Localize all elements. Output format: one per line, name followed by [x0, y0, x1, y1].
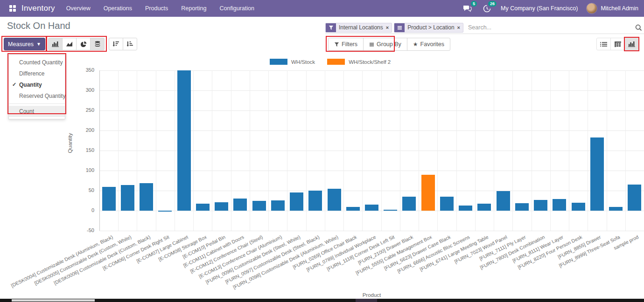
menu-item-difference[interactable]: Difference [9, 68, 65, 79]
gridline-v [400, 70, 400, 231]
bar [102, 187, 116, 211]
check-icon: ✓ [12, 82, 16, 88]
legend-label: WH/Stock/Shelf 2 [349, 59, 391, 65]
bar [402, 197, 416, 211]
gridline-v [118, 70, 119, 231]
gridline-h [99, 231, 644, 231]
legend-label: WH/Stock [291, 59, 315, 65]
gridline-v [362, 70, 363, 231]
gridline-v [268, 70, 269, 231]
x-axis-title: Product [99, 292, 644, 298]
bar [346, 207, 360, 211]
bar [515, 203, 529, 211]
legend-item[interactable]: WH/Stock/Shelf 2 [327, 59, 391, 65]
gridline-v [437, 70, 438, 231]
y-tick-label: 200 [70, 127, 94, 133]
legend-swatch [270, 59, 287, 65]
gridline-v [343, 70, 344, 231]
gridline-v [287, 70, 287, 231]
bar [252, 201, 266, 211]
menu-item-reserved-quantity[interactable]: Reserved Quantity [9, 90, 65, 102]
gridline-v [456, 70, 457, 231]
horizontal-scrollbar[interactable] [0, 299, 644, 302]
gridline-v [532, 70, 532, 231]
menu-divider [9, 103, 65, 104]
gridline-v [156, 70, 156, 231]
bar [233, 199, 247, 211]
bar [497, 191, 510, 211]
y-tick-label: 100 [70, 167, 94, 173]
gridline-v [175, 70, 175, 231]
bar [308, 191, 322, 211]
gridline-v [607, 70, 607, 231]
bar [328, 189, 341, 211]
gridline-v [193, 70, 194, 231]
legend-swatch [327, 59, 345, 65]
y-tick-label: 0 [70, 207, 94, 213]
scrollbar-accent [356, 299, 377, 302]
gridline-v [381, 70, 382, 231]
bar [459, 206, 472, 211]
gridline-v [588, 70, 588, 231]
app-window: Inventory Overview Operations Products R… [0, 0, 644, 302]
bar [553, 199, 566, 211]
bar [421, 175, 435, 211]
bar [572, 203, 585, 211]
gridline-h [99, 211, 644, 211]
gridline-v [569, 70, 569, 231]
gridline-v [137, 70, 137, 231]
y-tick-label: 350 [70, 67, 94, 73]
gridline-v [494, 70, 494, 231]
bar [590, 137, 604, 211]
gridline-v [419, 70, 419, 231]
gridline-v [250, 70, 250, 231]
bar [609, 207, 623, 211]
bar [215, 202, 228, 211]
bar [365, 205, 378, 211]
chart-legend: WH/StockWH/Stock/Shelf 2 [270, 59, 391, 65]
y-tick-label: 250 [70, 107, 94, 113]
bar [158, 211, 172, 212]
bar [628, 185, 641, 211]
menu-item-counted-quantity[interactable]: Counted Quantity [9, 57, 65, 68]
y-axis-title: Quantity [67, 133, 73, 153]
stock-bar-chart: 350300250200150100500-50[DESK0004] Custo… [0, 0, 644, 302]
bar [121, 185, 134, 211]
legend-item[interactable]: WH/Stock [270, 59, 315, 65]
y-tick-label: 150 [70, 147, 94, 153]
gridline-v [550, 70, 551, 231]
y-tick-label: 50 [70, 187, 94, 193]
bar [196, 204, 210, 211]
y-axis-line [99, 70, 100, 231]
gridline-v [625, 70, 626, 231]
y-tick-label: -50 [70, 227, 94, 233]
gridline-v [475, 70, 476, 231]
gridline-v [231, 70, 231, 231]
menu-item-quantity[interactable]: ✓Quantity [9, 79, 65, 90]
measures-dropdown-menu: Counted Quantity Difference ✓Quantity Re… [8, 55, 65, 119]
bar [384, 210, 397, 211]
gridline-v [512, 70, 513, 231]
bar [290, 192, 303, 211]
gridline-v [306, 70, 307, 231]
gridline-v [325, 70, 325, 231]
bar [477, 204, 491, 211]
bar [140, 183, 153, 211]
menu-item-count[interactable]: Count [9, 106, 65, 117]
bar [440, 197, 454, 211]
gridline-v [212, 70, 212, 231]
scrollbar-thumb[interactable] [12, 299, 95, 302]
bar [177, 70, 191, 211]
bar [271, 200, 285, 211]
bar [534, 200, 547, 211]
y-tick-label: 300 [70, 87, 94, 93]
